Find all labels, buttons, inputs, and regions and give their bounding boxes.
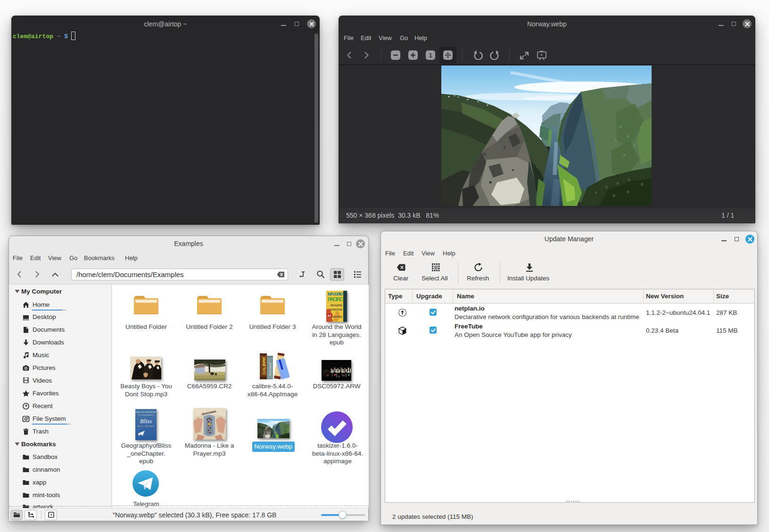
- svg-text:Bliss: Bliss: [140, 417, 152, 425]
- svg-text:PACIFIC: PACIFIC: [328, 296, 343, 302]
- svg-text:AZ: AZ: [328, 314, 331, 317]
- svg-text:Nord Giyal: Nord Giyal: [269, 362, 272, 376]
- svg-text:CALIBRE: CALIBRE: [261, 357, 266, 375]
- svg-text:WORLD IN 28: WORLD IN 28: [330, 308, 342, 311]
- svg-text:1: 1: [429, 52, 432, 59]
- svg-text:INFOGRID: INFOGRID: [328, 292, 343, 296]
- svg-text:Ten Thousand Miles of: Ten Thousand Miles of: [138, 414, 154, 416]
- svg-text:AROUND THE: AROUND THE: [330, 304, 342, 307]
- svg-text:THE NEW YORK TIMES BESTSELLER: THE NEW YORK TIMES BESTSELLER: [135, 411, 157, 413]
- svg-text:E R I C + W E I N E R: E R I C + W E I N E R: [138, 426, 154, 427]
